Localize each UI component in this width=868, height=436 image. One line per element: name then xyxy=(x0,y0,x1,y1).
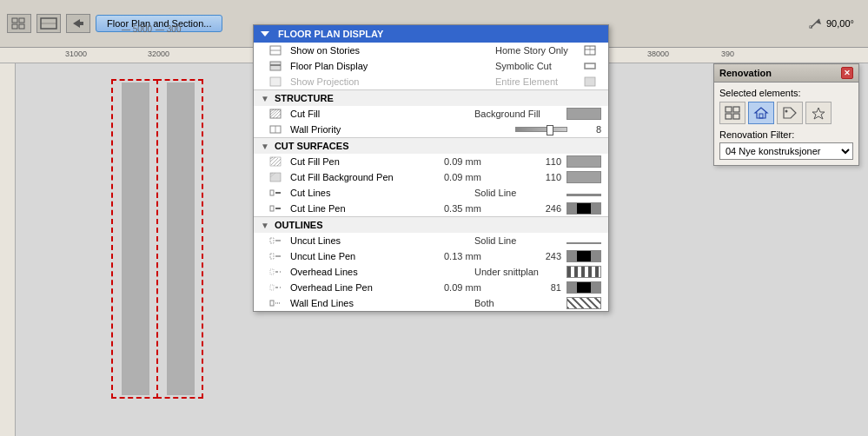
cut-lines-swatch[interactable] xyxy=(567,194,601,196)
renovation-filter-label: Renovation Filter: xyxy=(719,129,853,140)
show-on-stories-icon xyxy=(582,44,598,56)
svg-rect-50 xyxy=(733,107,739,112)
wall-priority-value: 8 xyxy=(571,124,601,135)
floor-plan-display-row[interactable]: Floor Plan Display Symbolic Cut xyxy=(254,58,608,74)
cut-line-pen-value: 0.35 mm xyxy=(444,203,531,214)
toolbar-icon-box[interactable] xyxy=(36,14,61,33)
row-icon-overhead-lines xyxy=(268,266,283,278)
cut-fill-label: Cut Fill xyxy=(287,109,474,119)
cut-surfaces-section-header[interactable]: ▼ CUT SURFACES xyxy=(254,137,608,154)
wall-priority-slider[interactable] xyxy=(515,127,567,132)
cut-line-pen-row[interactable]: Cut Line Pen 0.35 mm 246 xyxy=(254,201,608,216)
renovation-body: Selected elements: xyxy=(714,83,858,165)
renovation-icon-star[interactable] xyxy=(805,102,832,124)
cut-fill-row[interactable]: Cut Fill Background Fill xyxy=(254,106,608,122)
overhead-lines-label: Overhead Lines xyxy=(287,267,474,277)
overhead-line-pen-swatch[interactable] xyxy=(567,281,601,294)
renovation-icon-grid[interactable] xyxy=(719,102,745,124)
row-icon-cut-fill xyxy=(268,108,283,120)
svg-line-27 xyxy=(270,157,273,159)
svg-rect-17 xyxy=(585,77,595,86)
overhead-line-pen-num: 81 xyxy=(531,282,561,293)
overhead-lines-value: Under snittplan xyxy=(474,267,561,277)
show-projection-label: Show Projection xyxy=(287,76,495,87)
cut-fill-pen-num: 110 xyxy=(531,156,561,167)
svg-marker-56 xyxy=(812,108,825,119)
row-icon-floor-plan xyxy=(268,60,283,72)
panel-arrow-icon xyxy=(261,31,269,36)
cut-fill-bg-pen-label: Cut Fill Background Pen xyxy=(287,172,444,182)
overhead-line-pen-row[interactable]: Overhead Line Pen 0.09 mm 81 xyxy=(254,280,608,295)
wall-end-lines-value: Both xyxy=(474,298,561,308)
show-projection-value: Entire Element xyxy=(495,76,582,87)
coord-label2: — 300 xyxy=(156,24,181,34)
outlines-section-label: OUTLINES xyxy=(275,220,323,230)
uncut-lines-row[interactable]: Uncut Lines Solid Line xyxy=(254,233,608,248)
renovation-icons-row xyxy=(719,102,853,124)
svg-rect-37 xyxy=(270,206,274,211)
floor-plan-display-value: Symbolic Cut xyxy=(495,61,582,71)
renovation-icon-house[interactable] xyxy=(748,102,774,124)
svg-rect-39 xyxy=(270,238,274,243)
ruler-tick: 390 xyxy=(721,48,734,58)
renovation-close-btn[interactable]: ✕ xyxy=(841,67,853,79)
angle-value: 90,00° xyxy=(826,18,861,29)
outlines-section-header[interactable]: ▼ OUTLINES xyxy=(254,216,608,233)
svg-rect-3 xyxy=(19,24,24,29)
uncut-line-pen-row[interactable]: Uncut Line Pen 0.13 mm 243 xyxy=(254,248,608,264)
svg-rect-32 xyxy=(270,173,281,182)
cut-fill-pen-row[interactable]: Cut Fill Pen 0.09 mm 110 xyxy=(254,154,608,169)
toolbar-icon-grid[interactable] xyxy=(7,14,31,33)
cut-fill-bg-pen-swatch[interactable] xyxy=(567,171,601,183)
row-icon-wall-end-lines xyxy=(268,297,283,309)
structure-section-header[interactable]: ▼ STRUCTURE xyxy=(254,89,608,106)
row-icon-cut-fill-bg-pen xyxy=(268,171,283,183)
svg-rect-49 xyxy=(726,107,732,112)
renovation-icon-tag[interactable] xyxy=(777,102,803,124)
svg-line-29 xyxy=(271,158,278,165)
overhead-lines-swatch[interactable] xyxy=(567,266,601,278)
cut-fill-swatch[interactable] xyxy=(567,108,601,120)
overhead-lines-row[interactable]: Overhead Lines Under snittplan xyxy=(254,264,608,280)
svg-line-28 xyxy=(270,157,275,162)
show-on-stories-row[interactable]: Show on Stories Home Story Only xyxy=(254,43,608,58)
cut-fill-bg-pen-num: 110 xyxy=(531,172,561,182)
cut-fill-bg-pen-row[interactable]: Cut Fill Background Pen 0.09 mm 110 xyxy=(254,169,608,185)
floor-plan-display-panel: FLOOR PLAN DISPLAY Show on Stories Home … xyxy=(253,24,609,312)
cut-line-pen-swatch[interactable] xyxy=(567,202,601,215)
wall-end-lines-row[interactable]: Wall End Lines Both xyxy=(254,295,608,311)
row-icon-overhead-line-pen xyxy=(268,281,283,294)
uncut-lines-swatch[interactable] xyxy=(567,242,601,244)
svg-point-55 xyxy=(785,110,788,113)
svg-rect-52 xyxy=(733,114,739,119)
wall-priority-row[interactable]: Wall Priority 8 xyxy=(254,122,608,137)
cut-lines-value: Solid Line xyxy=(474,188,561,198)
renovation-filter-dropdown[interactable]: 04 Nye konstruksjoner xyxy=(719,142,853,160)
svg-rect-1 xyxy=(19,18,24,23)
row-icon-cut-line-pen xyxy=(268,202,283,215)
cut-fill-pen-swatch[interactable] xyxy=(567,155,601,168)
uncut-line-pen-swatch[interactable] xyxy=(567,250,601,262)
uncut-line-pen-num: 243 xyxy=(531,251,561,261)
svg-line-30 xyxy=(274,159,281,166)
cut-fill-pen-value: 0.09 mm xyxy=(444,156,531,167)
cut-fill-pen-label: Cut Fill Pen xyxy=(287,156,444,167)
svg-marker-53 xyxy=(755,108,767,118)
coord-label: — 5000 xyxy=(122,24,152,34)
svg-marker-6 xyxy=(73,19,83,28)
uncut-line-pen-label: Uncut Line Pen xyxy=(287,251,444,261)
renovation-title: Renovation xyxy=(719,68,772,78)
row-icon-cut-fill-pen xyxy=(268,155,283,168)
toolbar-icon-arrow[interactable] xyxy=(66,14,90,33)
svg-line-20 xyxy=(270,109,276,115)
floor-plan-display-label: Floor Plan Display xyxy=(287,61,495,71)
wall-priority-label: Wall Priority xyxy=(287,124,446,135)
cut-lines-row[interactable]: Cut Lines Solid Line xyxy=(254,185,608,201)
uncut-lines-value: Solid Line xyxy=(474,235,561,246)
show-projection-row[interactable]: Show Projection Entire Element xyxy=(254,74,608,89)
wall-end-lines-label: Wall End Lines xyxy=(287,298,474,308)
wall-end-lines-swatch[interactable] xyxy=(567,297,601,309)
floor-plan-display-icon xyxy=(582,60,598,72)
svg-rect-0 xyxy=(12,18,17,23)
row-icon-uncut-line-pen xyxy=(268,250,283,262)
